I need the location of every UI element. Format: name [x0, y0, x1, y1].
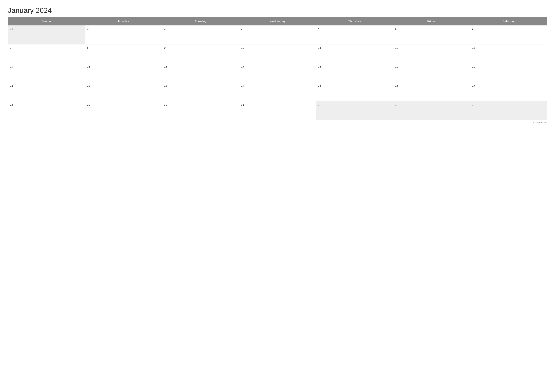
calendar-day-cell: 28 — [8, 101, 85, 120]
day-number: 3 — [472, 103, 545, 107]
calendar-day-cell: 29 — [85, 101, 162, 120]
weekday-header-saturday: Saturday — [470, 17, 547, 25]
day-number: 15 — [87, 65, 160, 68]
day-number: 10 — [241, 46, 314, 50]
calendar-day-cell: 25 — [316, 82, 393, 101]
weekday-header-sunday: Sunday — [8, 17, 85, 25]
calendar-week-row: 28293031123 — [8, 101, 547, 120]
day-number: 5 — [395, 27, 468, 30]
day-number: 1 — [87, 27, 160, 30]
day-number: 12 — [395, 46, 468, 50]
day-number: 17 — [241, 65, 314, 68]
day-number: 4 — [318, 27, 391, 30]
calendar-day-cell: 31 — [239, 101, 316, 120]
watermark: iCalendars.net — [8, 121, 547, 124]
calendar-day-cell: 1 — [316, 101, 393, 120]
page-title: January 2024 — [8, 6, 547, 14]
calendar-day-cell: 13 — [470, 44, 547, 64]
calendar-day-cell: 23 — [162, 82, 239, 101]
calendar-day-cell: 21 — [8, 82, 85, 101]
day-number: 22 — [87, 84, 160, 87]
calendar-day-cell: 26 — [393, 82, 470, 101]
calendar-day-cell: 19 — [393, 64, 470, 82]
calendar-week-row: 14151617181920 — [8, 64, 547, 82]
calendar-week-row: 31123456 — [8, 25, 547, 44]
weekday-header-tuesday: Tuesday — [162, 17, 239, 25]
calendar-day-cell: 4 — [316, 25, 393, 44]
calendar-day-cell: 30 — [162, 101, 239, 120]
day-number: 11 — [318, 46, 391, 50]
calendar-day-cell: 2 — [393, 101, 470, 120]
day-number: 7 — [10, 46, 83, 50]
day-number: 19 — [395, 65, 468, 68]
calendar-week-row: 78910111213 — [8, 44, 547, 64]
calendar-day-cell: 7 — [8, 44, 85, 64]
day-number: 13 — [472, 46, 545, 50]
calendar-day-cell: 17 — [239, 64, 316, 82]
day-number: 2 — [395, 103, 468, 107]
day-number: 14 — [10, 65, 83, 68]
day-number: 26 — [395, 84, 468, 87]
calendar-day-cell: 10 — [239, 44, 316, 64]
day-number: 16 — [164, 65, 237, 68]
calendar-day-cell: 8 — [85, 44, 162, 64]
calendar-day-cell: 6 — [470, 25, 547, 44]
calendar-day-cell: 24 — [239, 82, 316, 101]
weekday-header-monday: Monday — [85, 17, 162, 25]
calendar-body: 3112345678910111213141516171819202122232… — [8, 25, 547, 120]
day-number: 3 — [241, 27, 314, 30]
day-number: 6 — [472, 27, 545, 30]
day-number: 27 — [472, 84, 545, 87]
calendar-day-cell: 18 — [316, 64, 393, 82]
day-number: 24 — [241, 84, 314, 87]
calendar-day-cell: 3 — [470, 101, 547, 120]
weekday-header-row: SundayMondayTuesdayWednesdayThursdayFrid… — [8, 17, 547, 25]
day-number: 31 — [10, 27, 83, 30]
day-number: 18 — [318, 65, 391, 68]
calendar-table: SundayMondayTuesdayWednesdayThursdayFrid… — [8, 17, 547, 120]
day-number: 20 — [472, 65, 545, 68]
day-number: 31 — [241, 103, 314, 107]
calendar-day-cell: 14 — [8, 64, 85, 82]
calendar-day-cell: 1 — [85, 25, 162, 44]
calendar-day-cell: 15 — [85, 64, 162, 82]
calendar-day-cell: 5 — [393, 25, 470, 44]
calendar-day-cell: 20 — [470, 64, 547, 82]
weekday-header-friday: Friday — [393, 17, 470, 25]
day-number: 30 — [164, 103, 237, 107]
day-number: 23 — [164, 84, 237, 87]
calendar-day-cell: 31 — [8, 25, 85, 44]
calendar-day-cell: 27 — [470, 82, 547, 101]
calendar-day-cell: 11 — [316, 44, 393, 64]
day-number: 8 — [87, 46, 160, 50]
day-number: 1 — [318, 103, 391, 107]
day-number: 28 — [10, 103, 83, 107]
calendar-day-cell: 12 — [393, 44, 470, 64]
day-number: 29 — [87, 103, 160, 107]
weekday-header-thursday: Thursday — [316, 17, 393, 25]
calendar-day-cell: 16 — [162, 64, 239, 82]
day-number: 2 — [164, 27, 237, 30]
day-number: 25 — [318, 84, 391, 87]
calendar-day-cell: 3 — [239, 25, 316, 44]
calendar-day-cell: 22 — [85, 82, 162, 101]
weekday-header-wednesday: Wednesday — [239, 17, 316, 25]
calendar-week-row: 21222324252627 — [8, 82, 547, 101]
calendar-day-cell: 9 — [162, 44, 239, 64]
calendar-day-cell: 2 — [162, 25, 239, 44]
day-number: 9 — [164, 46, 237, 50]
day-number: 21 — [10, 84, 83, 87]
